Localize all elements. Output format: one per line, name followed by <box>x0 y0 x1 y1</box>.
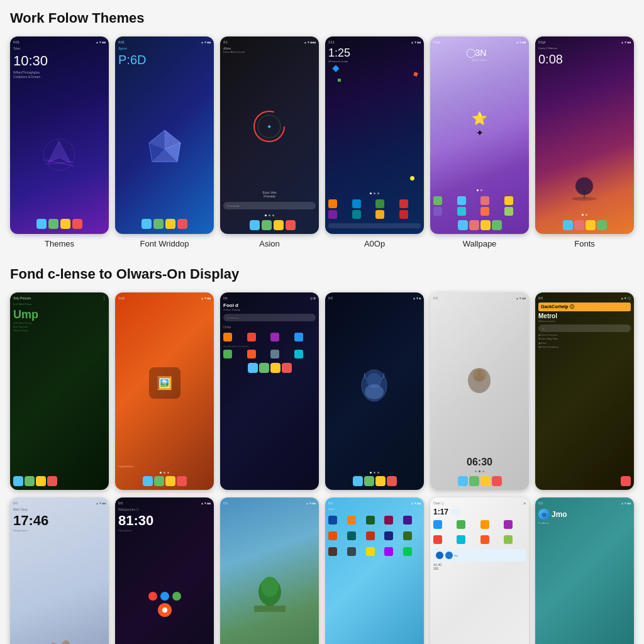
s2p6-search[interactable]: Q ... <box>538 325 631 332</box>
s2-statusbar-5: 0:0▲▼■■ <box>433 296 526 300</box>
phone1-dock <box>13 219 106 229</box>
s2-phone-3[interactable]: 0:k◎ ✿ Fool d Solnce Yolacity Q Search..… <box>220 292 319 490</box>
status-bar-2: 4:01▲▼■■ <box>118 40 211 44</box>
s2p6-badge: GackCorhelp ⓘ <box>538 303 631 311</box>
s2-screen-6: 0:0▲▼ ⓘ GackCorhelp ⓘ Metrol Wlornat soo… <box>535 292 634 490</box>
svg-point-20 <box>472 369 477 377</box>
phone4-label: A0Op <box>364 239 385 248</box>
s2p7-camel-icon <box>44 635 75 644</box>
s2-statusbar-6: 0:0▲▼ ⓘ <box>538 296 631 300</box>
status-bar-3: 4:1▲▼■■■ <box>223 40 316 44</box>
s2-statusbar-10: 0:0▲▼■■ <box>328 501 421 505</box>
s2-statusbar-8: 0:0▲▼■■ <box>118 501 211 505</box>
section2: Fond c-lense to Olwars-On Display Soly P… <box>10 266 634 644</box>
s2p5-dock <box>433 476 526 486</box>
s2-phone-12[interactable]: 0:0▲▼■■ G Jmo Fundmos GraloterHeme <box>535 497 634 644</box>
section1: Work Folow Themes 4:01▲▼■■ Tolec 10:30 W… <box>10 10 634 248</box>
s2-statusbar-3: 0:k◎ ✿ <box>223 296 316 300</box>
phone-screen-asion: 4:1▲▼■■■ Afirre Doure Afirre lemont ✦ Eo… <box>220 36 319 234</box>
s2p11-icon <box>451 509 460 515</box>
s2-phone-9[interactable]: 0:0▲▼■■ <box>220 497 319 644</box>
phone-item-fonts[interactable]: 0:1pl▲▼■■ Conty 2 Olatoms 0:08 <box>535 36 634 248</box>
section2-title: Fond c-lense to Olwars-On Display <box>10 266 634 282</box>
s2p12-logo: G <box>538 509 550 520</box>
s2-phone-11[interactable]: Oset ⓘ⊕ 1:17 <box>430 497 529 644</box>
s2-screen-4: 0:0▲▼■ <box>325 292 424 490</box>
s2p1-details: 1X0 W/od PomaAon OlymantNesom Prosc <box>13 321 106 333</box>
s2p3-search[interactable]: Q Search... <box>223 314 316 321</box>
s2-screen-11: Oset ⓘ⊕ 1:17 <box>430 497 529 644</box>
s2-screen-7: 0:0▲▼■■ We'n Sory 17:46 Worlgename G Goo… <box>10 497 109 644</box>
phone6-clock: 0:08 <box>538 52 631 67</box>
s2p6-title: Metrol <box>538 313 631 319</box>
s2-statusbar-2: 0:u0▲▼■■ <box>118 296 211 300</box>
phone2-dock <box>118 219 211 229</box>
s2-phone-7[interactable]: 0:0▲▼■■ We'n Sory 17:46 Worlgename G Goo… <box>10 497 109 644</box>
phone1-clock: 10:30 <box>13 53 106 69</box>
s2p11-apps2 <box>433 535 526 544</box>
s2p10-apps2 <box>328 531 421 540</box>
phone5-dots <box>433 189 526 191</box>
s2p1-clock: Ump <box>13 308 106 321</box>
s2-phone-6[interactable]: 0:0▲▼ ⓘ GackCorhelp ⓘ Metrol Wlornat soo… <box>535 292 634 490</box>
s2-screen-9: 0:0▲▼■■ <box>220 497 319 644</box>
phone3-circle-icon: ✦ <box>252 109 287 144</box>
s2p3-label: Onhe <box>223 325 316 329</box>
s2-statusbar-4: 0:0▲▼■ <box>328 296 421 300</box>
status-bar-1: 4:01▲▼■■ <box>13 40 106 44</box>
phone-item-themes[interactable]: 4:01▲▼■■ Tolec 10:30 WlhenThroughglasCol… <box>10 36 109 248</box>
s2p8-top: Wallypumes ⓘ <box>118 508 211 511</box>
s2p11-clock: 1:17 <box>433 508 448 516</box>
phone-screen-font: 4:01▲▼■■ Spicm P:6D <box>115 36 214 234</box>
phone3-search: G Goistelle <box>223 202 316 209</box>
s2-phone-1[interactable]: Soly Prosum⋮ 0:x0 Wind Poms Ump 1X0 W/od… <box>10 292 109 490</box>
s2p4-dock <box>328 476 421 486</box>
s2p2-dots <box>118 472 211 474</box>
svg-point-23 <box>62 640 70 644</box>
phone4-app-grid <box>328 199 421 219</box>
s2p6-list: ◉ Doert Porment Multihe-May Ellim◉ Elme◉… <box>538 333 631 350</box>
phone5-app-grid <box>433 196 526 216</box>
phone-item-a0op[interactable]: 3:11▲▼■■ 1:25 Wl Inment crenity <box>325 36 424 248</box>
status-bar-5: 0:1pl▲▼■■ <box>433 40 526 44</box>
phone5-clock: ⃝ 3N <box>433 48 526 58</box>
phone-item-fontwritddop[interactable]: 4:01▲▼■■ Spicm P:6D <box>115 36 214 248</box>
s2p9-tree-icon <box>251 574 289 612</box>
s2p3-labels-row: slky Aomstm Eochems <box>223 345 316 348</box>
s2p2-dock <box>118 476 211 486</box>
phone3-label: Asion <box>259 239 280 248</box>
phone1-label: Themes <box>45 239 74 248</box>
phone-screen-themes: 4:01▲▼■■ Tolec 10:30 WlhenThroughglasCol… <box>10 36 109 234</box>
s2-screen-5: 0:0▲▼■■ 06:30 <box>430 292 529 490</box>
s2-phone-8[interactable]: 0:0▲▼■■ Wallypumes ⓘ 81:30 Plescement <box>115 497 214 644</box>
svg-point-21 <box>481 369 486 377</box>
s2p5-dots <box>433 470 526 472</box>
s2p7-clock: 17:46 <box>13 513 106 529</box>
svg-rect-28 <box>254 606 286 612</box>
s2p10-apps1 <box>328 516 421 525</box>
phone6-label: Fonts <box>574 239 595 248</box>
status-bar-4: 3:11▲▼■■ <box>328 40 421 44</box>
s2-phone-4[interactable]: 0:0▲▼■ <box>325 292 424 490</box>
section2-row2: 0:0▲▼■■ We'n Sory 17:46 Worlgename G Goo… <box>10 497 634 644</box>
phone1-label-top: Tolec <box>13 47 106 50</box>
s2p7-top: We'n Sory <box>13 508 106 511</box>
s2-phone-10[interactable]: 0:0▲▼■■ Tocle <box>325 497 424 644</box>
svg-line-3 <box>47 162 72 164</box>
s2p5-creature-icon <box>462 362 497 396</box>
phone-item-wallpape[interactable]: 0:1pl▲▼■■ ⃝ 3N WlShy Sulline ⭐ ✦ <box>430 36 529 248</box>
s2-phone-5[interactable]: 0:0▲▼■■ 06:30 <box>430 292 529 490</box>
s2p1-dock <box>13 476 106 486</box>
phone-screen-fonts: 0:1pl▲▼■■ Conty 2 Olatoms 0:08 <box>535 36 634 234</box>
s2p1-subtext: 0:x0 Wind Poms <box>13 303 106 306</box>
s2-phone-2[interactable]: 0:u0▲▼■■ 🖼️ Coppleklerme <box>115 292 214 490</box>
s2p12-title: Jmo <box>552 510 567 519</box>
phone-item-asion[interactable]: 4:1▲▼■■■ Afirre Doure Afirre lemont ✦ Eo… <box>220 36 319 248</box>
phone3-dock <box>226 220 319 230</box>
s2p6-icon <box>538 476 631 486</box>
phone4-dots <box>328 192 421 194</box>
s2p3-subtext: Solnce Yolacity <box>223 308 316 311</box>
phone5-bottom-dock <box>433 220 526 230</box>
s2-statusbar-12: 0:0▲▼■■ <box>538 501 631 505</box>
phone-screen-wallpape: 0:1pl▲▼■■ ⃝ 3N WlShy Sulline ⭐ ✦ <box>430 36 529 234</box>
